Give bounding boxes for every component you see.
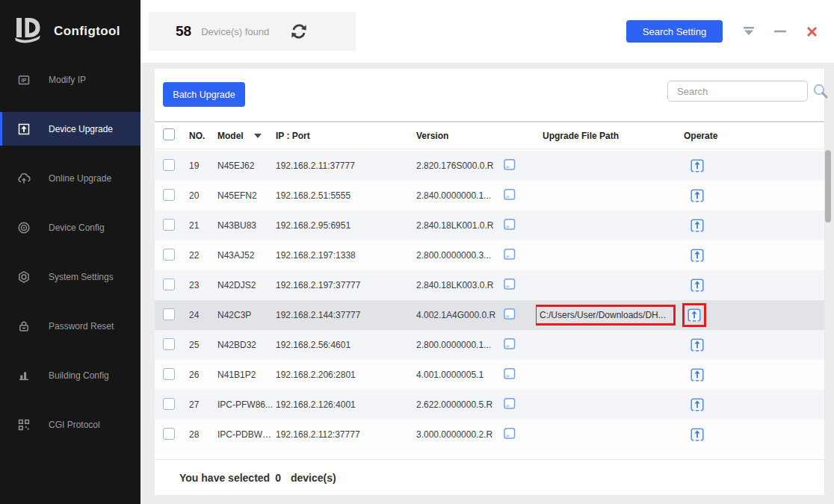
search-icon[interactable] — [812, 83, 829, 99]
table-row[interactable]: 26 N41B1P2 192.168.2.206:2801 4.001.0000… — [155, 360, 824, 390]
row-model: N42C3P — [217, 310, 276, 320]
table-row[interactable]: 24 N42C3P 192.168.2.144:37777 4.002.1A4G… — [155, 300, 824, 330]
row-ip-port: 192.168.2.144:37777 — [276, 310, 416, 320]
device-count-label: Device(s) found — [201, 26, 269, 37]
upload-button[interactable] — [688, 426, 706, 444]
minimize-icon[interactable] — [773, 25, 787, 38]
select-all-checkbox[interactable] — [163, 128, 175, 140]
sidebar-item-device-config[interactable]: Device Config — [0, 211, 140, 244]
row-ip-port: 192.168.2.197:1338 — [276, 250, 416, 261]
vertical-scrollbar-thumb[interactable] — [825, 150, 831, 223]
row-version: 4.002.1A4G000.0.R — [416, 310, 498, 320]
upload-button[interactable] — [688, 187, 706, 205]
table-row[interactable]: 27 IPC-PFW86... 192.168.2.126:4001 2.622… — [155, 390, 824, 420]
upload-button[interactable] — [682, 303, 706, 327]
upload-button[interactable] — [688, 366, 706, 384]
browse-file-icon[interactable] — [503, 337, 516, 350]
browse-file-icon[interactable] — [503, 278, 516, 290]
sidebar-item-label: CGI Protocol — [49, 420, 100, 430]
row-checkbox[interactable] — [163, 368, 175, 380]
browse-file-icon[interactable] — [503, 158, 516, 171]
upload-button[interactable] — [688, 217, 706, 234]
table-row[interactable]: 22 N43AJ52 192.168.2.197:1338 2.800.0000… — [155, 240, 824, 270]
refresh-icon[interactable] — [290, 22, 308, 40]
table-row[interactable]: 21 N43BU83 192.168.2.95:6951 2.840.18LK0… — [155, 211, 824, 240]
main-area: 58 Device(s) found Search Setting — [140, 0, 834, 504]
row-checkbox[interactable] — [163, 428, 175, 440]
table-row[interactable]: 28 IPC-PDBW8... 192.168.2.112:37777 3.00… — [155, 420, 824, 449]
row-checkbox[interactable] — [163, 338, 175, 350]
upload-icon — [688, 308, 701, 322]
row-ip-port: 192.168.2.95:6951 — [276, 220, 416, 231]
sidebar-item-device-upgrade[interactable]: Device Upgrade — [0, 112, 140, 146]
browse-file-icon[interactable] — [503, 308, 516, 320]
search-setting-button[interactable]: Search Setting — [626, 20, 723, 43]
table-row[interactable]: 20 N45EFN2 192.168.2.51:5555 2.840.00000… — [155, 181, 824, 211]
column-upgrade-file-path[interactable]: Upgrade File Path — [536, 131, 678, 141]
sidebar-item-password-reset[interactable]: Password Reset — [0, 309, 140, 343]
selected-suffix: device(s) — [291, 472, 336, 484]
selected-text: You have selected — [179, 472, 270, 484]
table-row[interactable]: 19 N45EJ62 192.168.2.11:37777 2.820.176S… — [155, 151, 824, 181]
table-row[interactable]: 25 N42BD32 192.168.2.56:4601 2.800.00000… — [155, 330, 824, 360]
upload-button[interactable] — [688, 157, 706, 175]
app-name: Configtool — [54, 24, 120, 39]
sidebar-item-modify-ip[interactable]: IP Modify IP — [0, 63, 140, 96]
table-header: NO. Model IP : Port Version Upgrade File… — [155, 121, 824, 149]
column-ip-port[interactable]: IP : Port — [276, 131, 416, 141]
column-operate[interactable]: Operate — [678, 131, 824, 141]
row-checkbox[interactable] — [163, 308, 175, 320]
table-row[interactable]: 23 N42DJS2 192.168.2.197:37777 2.840.18L… — [155, 270, 824, 300]
sidebar-item-system-settings[interactable]: System Settings — [0, 260, 140, 293]
search-input[interactable] — [667, 81, 808, 102]
row-checkbox[interactable] — [163, 159, 175, 171]
row-no: 20 — [185, 190, 217, 201]
selected-count: 0 — [275, 472, 281, 484]
browse-file-icon[interactable] — [503, 397, 516, 410]
cloud-upload-icon — [17, 172, 31, 185]
row-ip-port: 192.168.2.112:37777 — [276, 429, 416, 440]
batch-upgrade-button[interactable]: Batch Upgrade — [163, 82, 245, 107]
column-version[interactable]: Version — [416, 131, 498, 141]
browse-file-icon[interactable] — [503, 248, 516, 261]
row-checkbox[interactable] — [163, 398, 175, 410]
row-checkbox[interactable] — [163, 189, 175, 201]
row-no: 22 — [185, 250, 217, 261]
qr-icon — [17, 418, 31, 432]
row-ip-port: 192.168.2.51:5555 — [276, 190, 416, 201]
row-version: 2.800.0000000.3... — [416, 250, 498, 261]
row-model: N43BU83 — [217, 220, 276, 231]
configtool-window: Configtool IP Modify IP Device Upgrade O… — [0, 0, 834, 504]
upload-icon — [691, 368, 704, 382]
sidebar-item-label: Device Upgrade — [49, 124, 113, 134]
sidebar-item-building-config[interactable]: Building Config — [0, 358, 140, 392]
column-model[interactable]: Model — [217, 131, 276, 141]
row-ip-port: 192.168.2.56:4601 — [276, 340, 416, 350]
upload-icon — [691, 279, 704, 292]
upload-button[interactable] — [688, 336, 706, 354]
device-count: 58 — [176, 23, 191, 40]
column-no[interactable]: NO. — [185, 131, 217, 141]
row-model: IPC-PDBW8... — [217, 429, 276, 440]
upload-button[interactable] — [688, 276, 706, 294]
browse-file-icon[interactable] — [503, 218, 516, 231]
row-checkbox[interactable] — [163, 279, 175, 290]
table-footer: You have selected 0 device(s) — [155, 459, 824, 495]
upload-icon — [691, 428, 704, 441]
upload-button[interactable] — [688, 246, 706, 264]
row-checkbox[interactable] — [163, 249, 175, 261]
row-version: 2.840.18LK001.0.R — [416, 220, 498, 231]
close-icon[interactable] — [805, 25, 818, 38]
collapse-icon[interactable] — [742, 25, 756, 38]
sidebar-item-online-upgrade[interactable]: Online Upgrade — [0, 161, 140, 195]
browse-file-icon[interactable] — [503, 188, 516, 201]
upload-button[interactable] — [688, 396, 706, 414]
sidebar-item-cgi-protocol[interactable]: CGI Protocol — [0, 408, 140, 441]
row-checkbox[interactable] — [163, 219, 175, 231]
browse-file-icon[interactable] — [503, 367, 516, 380]
table-body: 19 N45EJ62 192.168.2.11:37777 2.820.176S… — [155, 151, 824, 449]
sort-caret-icon[interactable] — [254, 134, 262, 138]
row-no: 28 — [185, 429, 217, 440]
row-ip-port: 192.168.2.126:4001 — [276, 399, 416, 410]
browse-file-icon[interactable] — [503, 427, 516, 440]
